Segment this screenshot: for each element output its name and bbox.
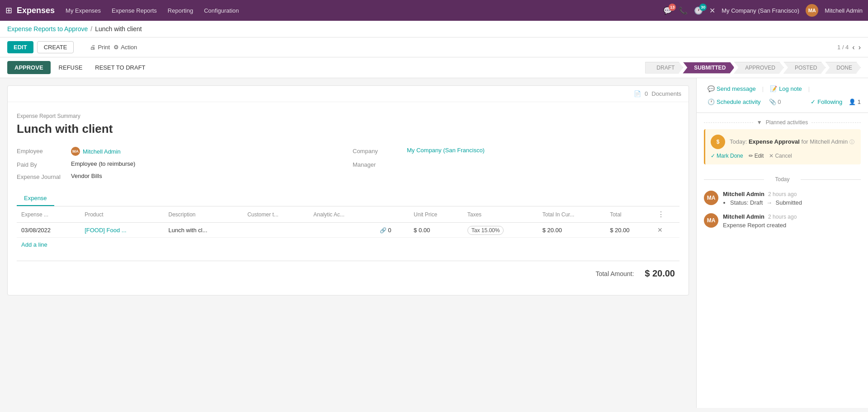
breadcrumb-parent[interactable]: Expense Reports to Approve [7, 25, 88, 33]
employee-name[interactable]: Mitchell Admin [83, 148, 121, 155]
following-label: Following [817, 98, 842, 105]
status-draft[interactable]: DRAFT [645, 62, 683, 74]
status-flow: DRAFT SUBMITTED APPROVED POSTED DONE [646, 62, 861, 74]
mark-done-label: Mark Done [717, 153, 743, 159]
user-avatar[interactable]: MA [806, 4, 818, 17]
info-icon[interactable]: ⓘ [849, 139, 854, 145]
following-button[interactable]: ✓ Following [811, 98, 842, 105]
check-icon: ✓ [711, 153, 715, 159]
print-button[interactable]: 🖨 Print [90, 44, 110, 51]
nav-prev-button[interactable]: ‹ [852, 43, 854, 52]
menu-configuration[interactable]: Configuration [204, 7, 239, 14]
company-value[interactable]: My Company (San Francisco) [407, 147, 485, 154]
schedule-activity-label: Schedule activity [717, 98, 761, 105]
documents-button[interactable]: 📄 0 Documents [634, 90, 681, 97]
col-customer: Customer t... [243, 206, 309, 223]
action-label: Action [121, 44, 137, 51]
today-separator: Today [697, 172, 868, 187]
chatter-name-2: Mitchell Admin [723, 213, 764, 220]
status-posted[interactable]: POSTED [783, 62, 826, 74]
edit-activity-label: Edit [755, 153, 764, 159]
checkmark-icon: ✓ [811, 98, 816, 105]
cancel-activity-button[interactable]: ✕ Cancel [769, 153, 792, 159]
status-submitted[interactable]: SUBMITTED [683, 62, 734, 74]
nav-next-button[interactable]: › [859, 43, 861, 52]
expense-tab[interactable]: Expense [17, 191, 54, 206]
delete-row-icon[interactable]: ✕ [657, 226, 663, 234]
journal-value: Vendor Bills [71, 173, 102, 179]
employee-label: Employee [17, 147, 66, 154]
send-message-button[interactable]: 💬 Send message [704, 84, 760, 94]
company-label: Company [353, 147, 402, 154]
status-done[interactable]: DONE [825, 62, 861, 74]
chatter-time-1: 2 hours ago [768, 191, 797, 197]
chatter-content-2: Mitchell Admin 2 hours ago Expense Repor… [723, 213, 861, 229]
cell-links: 🔗 0 [375, 223, 410, 238]
document-card: 📄 0 Documents Expense Report Summary Lun… [7, 85, 689, 295]
doc-top: 📄 0 Documents [8, 86, 689, 102]
cell-customer [243, 223, 309, 238]
paperclip-icon: 📎 [769, 98, 776, 105]
tax-badge: Tax 15.00% [467, 226, 504, 235]
main-layout: 📄 0 Documents Expense Report Summary Lun… [0, 78, 868, 408]
add-line-button[interactable]: Add a line [17, 238, 52, 252]
approve-button[interactable]: APPROVE [7, 61, 51, 74]
menu-reporting[interactable]: Reporting [168, 7, 193, 14]
col-description: Description [164, 206, 243, 223]
chatter-message-body-2: Expense Report created [723, 222, 786, 229]
edit-button[interactable]: EDIT [7, 41, 33, 53]
activity-icon[interactable]: 🕐 30 [694, 6, 703, 15]
manager-field: Manager [353, 160, 679, 168]
sep2: | [808, 85, 810, 92]
menu-expense-reports[interactable]: Expense Reports [112, 7, 157, 14]
close-icon[interactable]: ✕ [709, 6, 715, 15]
company-field: Company My Company (San Francisco) [353, 147, 679, 156]
document-icon: 📄 [634, 90, 641, 97]
doc-body: Expense Report Summary Lunch with client… [8, 102, 689, 295]
arrow-icon: → [766, 199, 772, 206]
mark-done-button[interactable]: ✓ Mark Done [711, 153, 743, 159]
reset-to-draft-button[interactable]: RESET TO DRAFT [89, 61, 151, 74]
doc-fields: Employee MA Mitchell Admin Company My Co… [17, 147, 679, 180]
activity-card: $ Today: Expense Approval for Mitchell A… [704, 129, 861, 164]
column-options-icon[interactable]: ⋮ [657, 211, 665, 218]
brand-name: Expenses [17, 6, 55, 15]
chatter-avatar-1: MA [704, 191, 718, 205]
col-links [375, 206, 410, 223]
edit-activity-button[interactable]: ✏ Edit [749, 153, 764, 159]
notification-badge: 13 [669, 4, 676, 11]
notifications-icon[interactable]: 💬 13 [663, 6, 672, 15]
col-total-cur: Total In Cur... [538, 206, 605, 223]
link-icon: 🔗 [380, 227, 387, 234]
schedule-activity-button[interactable]: 🕐 Schedule activity [704, 97, 764, 107]
nav-counter-text: 1 / 4 [837, 44, 849, 51]
cell-date: 03/08/2022 [17, 223, 80, 238]
refuse-button[interactable]: REFUSE [52, 61, 89, 74]
log-note-button[interactable]: 📝 Log note [766, 84, 806, 94]
cell-product[interactable]: [FOOD] Food ... [80, 223, 164, 238]
sidebar-actions: 💬 Send message | 📝 Log note | 🕐 Schedule… [697, 78, 868, 113]
cell-delete[interactable]: ✕ [653, 223, 679, 238]
phone-icon[interactable]: 📞 [679, 6, 688, 15]
apps-icon[interactable]: ⊞ [5, 5, 12, 15]
nav-counter: 1 / 4 ‹ › [837, 43, 861, 52]
expense-table-body: 03/08/2022 [FOOD] Food ... Lunch with cl… [17, 223, 679, 238]
chatter-text-2: Expense Report created [723, 222, 861, 229]
chatter-message-1: MA Mitchell Admin 2 hours ago Status: Dr… [697, 187, 868, 210]
action-button[interactable]: ⚙ Action [113, 44, 137, 51]
planned-activities-header: ▼ Planned activities [697, 113, 868, 129]
cell-analytic [309, 223, 375, 238]
table-header-row: Expense ... Product Description Customer… [17, 206, 679, 223]
activity-header: $ Today: Expense Approval for Mitchell A… [711, 135, 855, 149]
documents-count: 0 [645, 90, 648, 97]
create-button[interactable]: CREATE [37, 41, 74, 53]
doc-title: Lunch with client [17, 122, 679, 136]
menu-my-expenses[interactable]: My Expenses [66, 7, 101, 14]
status-approved[interactable]: APPROVED [734, 62, 784, 74]
sidebar: 💬 Send message | 📝 Log note | 🕐 Schedule… [696, 78, 868, 408]
col-taxes: Taxes [463, 206, 538, 223]
gear-icon: ⚙ [113, 44, 119, 51]
activity-for-user: Mitchell Admin [810, 138, 848, 145]
print-label: Print [98, 44, 110, 51]
paperclip-count: 0 [778, 98, 781, 105]
